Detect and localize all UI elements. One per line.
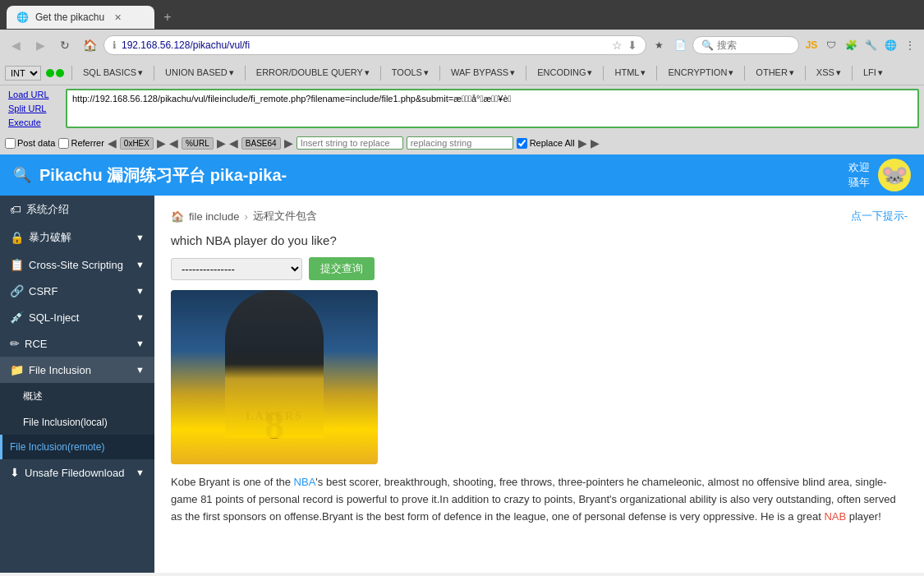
download-icon: ⬇ — [10, 466, 20, 479]
file-inclusion-sub: 概述 File Inclusion(local) File Inclusion(… — [0, 383, 154, 459]
replace-all-checkbox[interactable] — [517, 138, 527, 149]
sidebar-sub-overview[interactable]: 概述 — [0, 383, 154, 410]
sep7 — [603, 66, 604, 81]
app-container: 🔍 Pikachu 漏洞练习平台 pika-pika- 欢迎 骚年 🐭 🏷 系统… — [0, 154, 924, 573]
url-input[interactable] — [67, 90, 917, 107]
replacing-string-input[interactable] — [407, 136, 513, 150]
overview-label: 概述 — [23, 389, 43, 403]
home-button[interactable]: 🏠 — [79, 35, 100, 56]
username-label: 骚年 — [848, 176, 870, 188]
sidebar-sub-local[interactable]: File Inclusion(local) — [0, 410, 154, 435]
menu-icon[interactable]: ⋮ — [901, 36, 919, 54]
execute-btn[interactable]: Execute — [5, 116, 61, 129]
lock-icon: 🔒 — [10, 231, 24, 244]
sep10 — [805, 66, 806, 81]
tab-title: Get the pikachu — [35, 12, 104, 23]
union-based-menu[interactable]: UNION BASED — [162, 66, 237, 80]
load-url-btn[interactable]: Load URL — [5, 88, 61, 101]
shield-icon[interactable]: 🛡 — [822, 36, 840, 54]
search-container: 🔍 — [692, 36, 799, 54]
pikachu-icon: 🐭 — [881, 163, 908, 188]
nba-highlight: NBA — [294, 476, 316, 488]
sidebar-item-sql-inject[interactable]: 💉 SQL-Inject ▼ — [0, 304, 154, 330]
bookmark-manager-icon[interactable]: ★ — [650, 36, 668, 54]
navigation-bar: ◀ ▶ ↻ 🏠 ℹ 192.168.56.128/pikachu/vul/fi … — [0, 30, 924, 61]
sep4 — [380, 66, 381, 81]
encryption-menu[interactable]: ENCRYPTION — [664, 66, 737, 80]
extension-icon3[interactable]: 🌐 — [881, 36, 899, 54]
sidebar-item-brute-force[interactable]: 🔒 暴力破解 ▼ — [0, 223, 154, 251]
app-title: Pikachu 漏洞练习平台 pika-pika- — [39, 164, 287, 187]
insert-string-input[interactable] — [297, 136, 403, 150]
waf-bypass-menu[interactable]: WAF BYPASS — [448, 66, 518, 80]
split-url-btn[interactable]: Split URL — [5, 102, 61, 115]
other-menu[interactable]: OTHER — [752, 66, 798, 80]
sidebar-sub-remote[interactable]: File Inclusion(remote) — [0, 435, 154, 459]
extension-icon1[interactable]: 🧩 — [842, 36, 860, 54]
player-description: Kobe Bryant is one of the NBA's best sco… — [171, 474, 908, 525]
sidebar: 🏷 系统介绍 🔒 暴力破解 ▼ 📋 Cross-Site Scripting ▼… — [0, 196, 154, 573]
tab-close-btn[interactable]: ✕ — [111, 11, 124, 24]
player-image-container: 8 LAKERS — [171, 290, 378, 464]
sys-intro-label: 系统介绍 — [26, 202, 69, 217]
extension-icon2[interactable]: 🔧 — [862, 36, 880, 54]
address-input[interactable]: 192.168.56.128/pikachu/vul/fi — [122, 39, 607, 51]
hackbar-toolbar: INT SQL BASICS UNION BASED ERROR/DOUBLE … — [0, 61, 924, 85]
hex-label[interactable]: 0xHEX — [120, 137, 154, 150]
tab-favicon: 🌐 — [16, 12, 29, 23]
search-input[interactable] — [717, 39, 791, 51]
brute-force-arrow: ▼ — [136, 233, 145, 242]
right-arrow-4: ▶ — [578, 136, 587, 150]
sidebar-item-rce[interactable]: ✏ RCE ▼ — [0, 330, 154, 357]
encoding-menu[interactable]: ENCODING — [534, 66, 595, 80]
refresh-button[interactable]: ↻ — [54, 35, 76, 56]
url-input-container — [66, 89, 919, 128]
local-label: File Inclusion(local) — [23, 417, 108, 428]
url-toolbar-row: Load URL Split URL Execute — [0, 85, 924, 131]
sidebar-item-sys-intro[interactable]: 🏷 系统介绍 — [0, 196, 154, 223]
brute-force-label: 暴力破解 — [29, 230, 71, 245]
csrf-label: CSRF — [29, 285, 57, 297]
sep6 — [526, 66, 526, 81]
status-dot-green — [46, 69, 54, 77]
xss-menu[interactable]: XSS — [813, 66, 844, 80]
sep8 — [656, 66, 657, 81]
forward-button[interactable]: ▶ — [30, 35, 51, 56]
tools-menu[interactable]: TOOLS — [388, 66, 432, 80]
sql-basics-menu[interactable]: SQL BASICS — [80, 66, 146, 80]
file-inclusion-label: File Inclusion — [29, 364, 91, 376]
error-double-menu[interactable]: ERROR/DOUBLE QUERY — [253, 66, 373, 80]
rce-icon: ✏ — [10, 337, 20, 350]
new-tab-button[interactable]: + — [158, 7, 177, 27]
base64-label[interactable]: BASE64 — [241, 137, 281, 150]
player-select[interactable]: --------------- — [171, 258, 302, 280]
js-icon[interactable]: JS — [802, 36, 821, 54]
sidebar-item-file-inclusion[interactable]: 📁 File Inclusion ▼ — [0, 357, 154, 383]
sep5 — [439, 66, 440, 81]
sidebar-item-csrf[interactable]: 🔗 CSRF ▼ — [0, 278, 154, 304]
referrer-check[interactable] — [58, 138, 69, 149]
breadcrumb-hint[interactable]: 点一下提示- — [851, 209, 908, 223]
sidebar-item-unsafe-filedownload[interactable]: ⬇ Unsafe Filedownload ▼ — [0, 459, 154, 486]
remote-label: File Inclusion(remote) — [10, 441, 104, 453]
lfi-menu[interactable]: LFI — [860, 66, 886, 80]
sidebar-item-xss[interactable]: 📋 Cross-Site Scripting ▼ — [0, 251, 154, 278]
post-data-checkbox[interactable]: Post data — [5, 138, 55, 149]
welcome-section: 欢迎 骚年 — [848, 160, 870, 190]
main-panel: 🏠 file include › 远程文件包含 点一下提示- which NBA… — [154, 196, 924, 573]
active-tab[interactable]: 🌐 Get the pikachu ✕ — [7, 6, 154, 29]
desc-part3: player! — [846, 510, 881, 523]
page-icon[interactable]: 📄 — [671, 36, 689, 54]
bookmark-icon[interactable]: ☆ — [612, 39, 623, 52]
back-button[interactable]: ◀ — [5, 35, 26, 56]
submit-button[interactable]: 提交查询 — [309, 257, 375, 280]
percent-label[interactable]: %URL — [182, 137, 214, 150]
replace-all-label: Replace All — [530, 138, 575, 148]
referrer-checkbox[interactable]: Referrer — [58, 138, 103, 149]
right-arrow-3: ▶ — [284, 136, 293, 150]
html-menu[interactable]: HTML — [611, 66, 649, 80]
download-icon[interactable]: ⬇ — [627, 39, 637, 52]
int-select[interactable]: INT — [5, 66, 41, 81]
sep11 — [852, 66, 853, 81]
post-data-check[interactable] — [5, 138, 16, 149]
